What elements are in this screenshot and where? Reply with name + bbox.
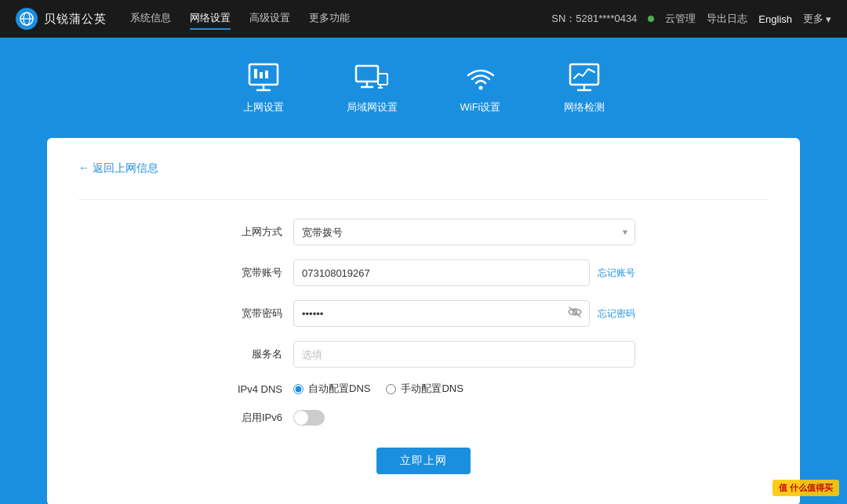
account-wrap: 忘记账号: [293, 259, 635, 286]
dns-manual-option[interactable]: 手动配置DNS: [386, 382, 463, 396]
language-selector[interactable]: English: [758, 13, 792, 25]
svg-point-15: [478, 86, 482, 90]
cloud-mgmt-link[interactable]: 云管理: [665, 12, 696, 26]
top-nav: 贝锐蒲公英 系统信息 网络设置 高级设置 更多功能 SN：5281****043…: [0, 0, 847, 38]
svg-rect-12: [378, 74, 387, 85]
dns-auto-option[interactable]: 自动配置DNS: [293, 382, 370, 396]
service-name-input[interactable]: [293, 341, 635, 368]
nav-right: SN：5281****0434 云管理 导出日志 English 更多 ▾: [551, 12, 831, 26]
chart-monitor-icon: [567, 61, 602, 92]
ipv6-row: 启用IPv6: [212, 410, 635, 426]
service-name-row: 服务名: [212, 341, 635, 368]
icon-nav-lan[interactable]: 局域网设置: [347, 61, 398, 127]
forgot-account-link[interactable]: 忘记账号: [598, 267, 635, 280]
svg-rect-6: [254, 69, 257, 78]
dns-auto-label: 自动配置DNS: [308, 382, 370, 396]
icon-nav-detect[interactable]: 网络检测: [564, 61, 605, 127]
service-name-label: 服务名: [212, 347, 282, 361]
submit-row: 立即上网: [212, 448, 635, 474]
icon-nav-internet[interactable]: 上网设置: [243, 61, 284, 127]
account-input[interactable]: [293, 259, 590, 286]
password-row: 宽带密码 忘记密码: [212, 300, 635, 327]
nav-system-info[interactable]: 系统信息: [130, 8, 171, 30]
screens-icon: [354, 61, 389, 92]
connection-type-row: 上网方式 宽带拨号 ▾: [212, 219, 635, 245]
svg-rect-7: [260, 72, 263, 78]
dns-auto-radio[interactable]: [293, 384, 304, 394]
password-input[interactable]: [293, 300, 590, 327]
nav-menu: 系统信息 网络设置 高级设置 更多功能: [130, 8, 551, 30]
forgot-password-link[interactable]: 忘记密码: [598, 307, 635, 321]
sn-label: SN：5281****0434: [551, 12, 637, 26]
svg-rect-3: [249, 64, 278, 85]
monitor-icon: [246, 61, 281, 92]
blue-section: 上网设置 局域网设置 WiFi设置: [0, 38, 847, 504]
password-input-wrap: [293, 300, 590, 327]
wifi-icon: [463, 61, 498, 92]
status-dot: [648, 16, 654, 22]
password-label: 宽带密码: [212, 306, 282, 321]
export-log-link[interactable]: 导出日志: [707, 12, 747, 26]
icon-nav-wifi[interactable]: WiFi设置: [460, 61, 501, 127]
account-row: 宽带账号 忘记账号: [212, 259, 635, 286]
svg-rect-9: [356, 66, 378, 82]
watermark: 值 什么值得买: [772, 480, 839, 496]
back-link[interactable]: ← 返回上网信息: [78, 161, 769, 176]
password-eye-icon[interactable]: [568, 306, 582, 321]
logo-icon: [16, 8, 38, 30]
nav-more-functions[interactable]: 更多功能: [309, 8, 350, 30]
svg-rect-8: [265, 71, 268, 78]
icon-nav-internet-label: 上网设置: [243, 100, 284, 114]
dns-manual-radio[interactable]: [386, 384, 396, 394]
dns-manual-label: 手动配置DNS: [401, 382, 463, 396]
nav-network-settings[interactable]: 网络设置: [190, 8, 231, 30]
account-label: 宽带账号: [212, 266, 282, 280]
nav-advanced-settings[interactable]: 高级设置: [249, 8, 290, 30]
connection-type-label: 上网方式: [212, 225, 282, 239]
connection-type-select-wrap: 宽带拨号 ▾: [293, 219, 635, 245]
logo: 贝锐蒲公英: [16, 8, 107, 30]
more-menu[interactable]: 更多 ▾: [803, 12, 831, 26]
dns-row: IPv4 DNS 自动配置DNS 手动配置DNS: [212, 382, 635, 396]
ipv6-toggle[interactable]: [293, 410, 325, 426]
divider: [78, 199, 769, 200]
logo-text: 贝锐蒲公英: [44, 12, 107, 27]
dns-options: 自动配置DNS 手动配置DNS: [293, 382, 463, 396]
icon-nav-lan-label: 局域网设置: [347, 100, 398, 114]
dns-label: IPv4 DNS: [212, 383, 282, 395]
main-card: ← 返回上网信息 上网方式 宽带拨号 ▾ 宽带账号 忘记账号: [47, 138, 800, 504]
toggle-knob: [294, 411, 308, 425]
form-container: 上网方式 宽带拨号 ▾ 宽带账号 忘记账号 宽带密码: [212, 219, 635, 474]
service-name-wrap: [293, 341, 635, 368]
icon-nav: 上网设置 局域网设置 WiFi设置: [0, 61, 847, 127]
connection-type-select[interactable]: 宽带拨号: [293, 219, 635, 245]
icon-nav-detect-label: 网络检测: [564, 100, 605, 114]
ipv6-label: 启用IPv6: [212, 411, 282, 425]
icon-nav-wifi-label: WiFi设置: [460, 100, 501, 114]
password-wrap: 忘记密码: [293, 300, 635, 327]
submit-button[interactable]: 立即上网: [376, 448, 471, 474]
